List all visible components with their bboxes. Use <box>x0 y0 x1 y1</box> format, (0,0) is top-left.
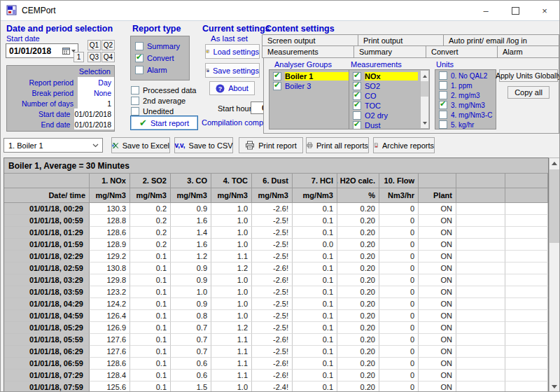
checkbox[interactable] <box>131 107 139 115</box>
minimize-button[interactable]: – <box>471 1 500 20</box>
checkbox[interactable] <box>131 97 139 105</box>
value-cell: 129.2 <box>90 251 130 262</box>
apply-units-globally-button[interactable]: Apply Units Globally <box>499 69 558 82</box>
list-item[interactable]: 0. No QAL2 <box>435 71 496 80</box>
column-header-cell <box>456 188 505 203</box>
copy-all-button[interactable]: Copy all <box>507 86 550 99</box>
list-item[interactable]: TOC <box>349 101 420 111</box>
checkbox[interactable] <box>439 81 447 90</box>
value-cell <box>505 334 548 346</box>
measurements-scrollbar[interactable] <box>420 70 429 129</box>
value-cell: ON <box>419 274 456 286</box>
checkbox[interactable] <box>353 82 361 90</box>
save-settings-button[interactable]: Save settings <box>205 63 260 78</box>
checkbox[interactable] <box>439 120 447 129</box>
list-item-label: TOC <box>365 102 418 110</box>
print-all-reports-button[interactable]: Print all reports <box>306 137 369 153</box>
selection-row-label: End date <box>7 120 74 129</box>
checkbox-option[interactable]: Summary <box>135 40 189 52</box>
quarter-button-1[interactable]: 1 <box>74 52 84 62</box>
scroll-down-icon[interactable] <box>550 382 559 392</box>
value-cell: 0.1 <box>293 334 337 346</box>
checkbox[interactable] <box>135 66 144 74</box>
scroll-thumb[interactable] <box>421 81 428 97</box>
checkbox[interactable] <box>273 82 281 90</box>
column-header-cell: mg/Nm3 <box>130 188 171 203</box>
list-item-label: 1. ppm <box>451 82 493 90</box>
column-header-cell: mg/Nm3 <box>211 188 252 203</box>
start-report-button[interactable]: ✔ Start report <box>130 115 198 130</box>
save-to-excel-button[interactable]: Save to Excel <box>111 137 170 153</box>
list-item[interactable]: NOx <box>349 71 420 81</box>
selection-row: Report periodDay <box>7 77 114 88</box>
checkbox[interactable] <box>273 72 281 80</box>
maximize-button[interactable] <box>500 1 530 20</box>
value-cell: 128.8 <box>90 215 130 227</box>
list-item[interactable]: SO2 <box>349 81 420 91</box>
archive-reports-button[interactable]: Archive reports <box>373 137 435 153</box>
checkbox[interactable] <box>353 92 361 100</box>
selection-row-label: Break period <box>7 89 78 97</box>
checkbox[interactable] <box>353 72 361 80</box>
list-item[interactable]: 1. ppm <box>435 80 496 90</box>
list-item[interactable]: 2. mg/m3 <box>435 90 496 100</box>
checkbox-option[interactable]: Convert <box>135 52 189 64</box>
quarter-button-q4[interactable]: Q4 <box>102 52 115 62</box>
checkbox-option[interactable]: Alarm <box>135 64 189 76</box>
scroll-up-icon[interactable] <box>421 71 428 81</box>
list-item[interactable]: 4. mg/Nm3-C <box>435 110 496 120</box>
scroll-down-icon[interactable] <box>421 118 428 128</box>
checkbox[interactable] <box>135 54 144 62</box>
checkbox[interactable] <box>439 71 447 80</box>
about-button[interactable]: ? About <box>209 81 255 95</box>
boiler-select-value: 1. Boiler 1 <box>4 141 88 150</box>
save-to-csv-button[interactable]: v,v, Save to CSV <box>174 137 233 153</box>
selection-row-label: Start date <box>7 110 74 118</box>
checkbox[interactable] <box>353 111 361 120</box>
value-cell <box>456 382 505 392</box>
checkbox[interactable] <box>135 42 144 50</box>
tab-summary[interactable]: Summary <box>354 46 426 58</box>
checkbox[interactable] <box>439 101 447 109</box>
table-row: 01/01/18, 05:29126.90.10.71.2-2.5!0.10.2… <box>4 322 548 334</box>
scroll-up-icon[interactable] <box>550 158 559 169</box>
quarter-button-q2[interactable]: Q2 <box>102 40 115 50</box>
value-cell: 1.0 <box>211 382 252 392</box>
close-button[interactable]: × <box>530 1 559 20</box>
tab-alarm[interactable]: Alarm <box>498 46 559 58</box>
tab-screen-output[interactable]: Screen output <box>262 34 358 46</box>
load-settings-button[interactable]: Load settings <box>205 44 260 59</box>
scroll-thumb[interactable] <box>550 169 559 243</box>
list-item[interactable]: 5. kg/hr <box>435 120 496 130</box>
value-cell: 0 <box>379 215 419 227</box>
tab-auto-print-email-log-in[interactable]: Auto print/ email /log in <box>444 34 559 46</box>
checkbox[interactable] <box>131 86 139 94</box>
print-report-button[interactable]: Print report <box>239 137 303 153</box>
tab-measurements[interactable]: Measurements <box>262 46 354 58</box>
checkbox[interactable] <box>439 111 447 119</box>
tab-convert[interactable]: Convert <box>426 46 498 58</box>
checkbox[interactable] <box>353 102 361 110</box>
checkbox-option[interactable]: Processed data <box>131 85 196 95</box>
quarter-button-q3[interactable]: Q3 <box>88 52 101 62</box>
list-item-label: 5. kg/hr <box>451 121 493 129</box>
table-scrollbar[interactable] <box>549 158 560 392</box>
checkbox[interactable] <box>353 121 361 130</box>
checkbox[interactable] <box>439 91 447 99</box>
checkbox-option[interactable]: Unedited <box>131 106 196 116</box>
list-item[interactable]: Dust <box>349 120 420 130</box>
value-cell: 130.3 <box>90 203 130 215</box>
column-header-cell <box>456 174 505 188</box>
quarter-button-q1[interactable]: Q1 <box>88 40 101 50</box>
list-item[interactable]: 3. mg/Nm3 <box>435 100 496 110</box>
list-item[interactable]: CO <box>349 91 420 101</box>
tab-print-output[interactable]: Print output <box>358 34 444 46</box>
value-cell: -2.5! <box>252 298 293 310</box>
value-cell: 0 <box>379 358 419 370</box>
list-item[interactable]: O2 dry <box>349 111 420 120</box>
value-cell: 1.1 <box>211 346 252 358</box>
start-date-input[interactable]: 01/01/2018 <box>6 43 78 58</box>
date-time-cell: 01/01/18, 04:29 <box>4 298 90 310</box>
checkbox-option[interactable]: 2nd average <box>131 95 196 106</box>
boiler-select[interactable]: 1. Boiler 1 <box>4 138 103 153</box>
